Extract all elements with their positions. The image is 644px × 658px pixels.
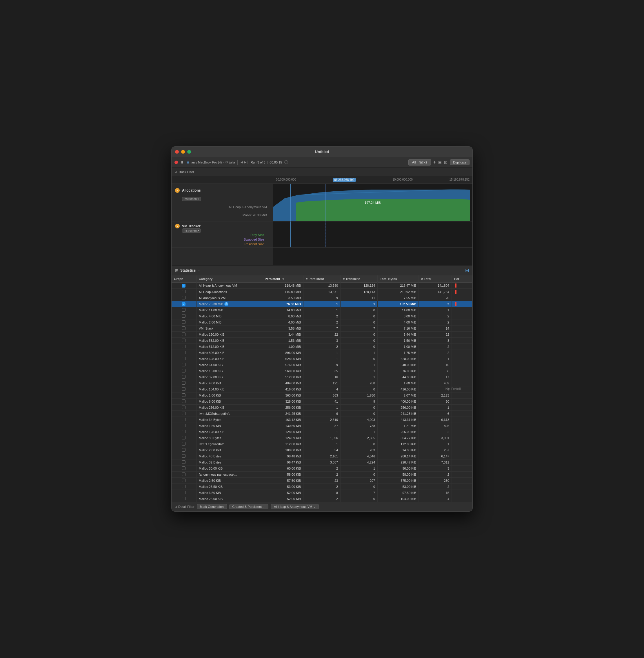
table-row[interactable]: Malloc 2.50 KiB 57.50 KiB 23 207 575.00 … [171,477,473,483]
graph-checkbox[interactable] [182,479,185,482]
table-row[interactable]: Malloc 256.00 KiB 256.00 KiB 1 0 256.00 … [171,404,473,410]
stop-icon[interactable] [175,161,178,164]
all-tracks-button[interactable]: All Tracks [408,159,431,165]
stats-grid-icon[interactable]: ⊟ [465,268,469,273]
table-row[interactable]: Malloc 32.00 KiB 512.00 KiB 16 1 544.00 … [171,374,473,380]
graph-checkbox[interactable] [182,314,185,318]
graph-checkbox[interactable] [182,326,185,330]
graph-checkbox[interactable] [182,369,185,372]
table-row[interactable]: Malloc 4.00 MiB 8.00 MiB 2 0 8.00 MiB 2 [171,313,473,319]
table-row[interactable]: Malloc 2.00 KiB 108.00 KiB 54 203 514.00… [171,447,473,453]
graph-checkbox[interactable] [182,290,185,293]
table-container[interactable]: Graph Category Persistent ▼ # Persistent… [171,275,473,502]
table-row[interactable]: Malloc 532.00 KiB 1.56 MiB 3 0 1.56 MiB … [171,337,473,343]
table-row[interactable]: All Heap Allocations 115.89 MiB 13,671 1… [171,289,473,295]
graph-checkbox[interactable] [182,393,185,397]
graph-cell[interactable] [171,295,196,301]
table-row[interactable]: (anonymous namespace… 58.00 KiB 2 0 58.0… [171,471,473,477]
graph-cell[interactable] [171,416,196,423]
graph-cell[interactable] [171,496,196,502]
graph-checkbox[interactable] [182,430,185,433]
graph-checkbox[interactable] [182,454,185,458]
detail-filter[interactable]: ⊙ Detail Filter [175,505,194,509]
graph-checkbox[interactable] [182,406,185,409]
graph-cell[interactable] [171,349,196,356]
graph-cell[interactable] [171,289,196,295]
graph-checkbox[interactable] [182,320,185,324]
graph-checkbox[interactable] [182,357,185,360]
graph-cell[interactable] [171,459,196,465]
graph-checkbox[interactable] [182,296,185,299]
table-row[interactable]: llvm::MCSubtargetInfo 241.25 KiB 6 0 241… [171,410,473,416]
graph-cell[interactable] [171,441,196,447]
minimize-button[interactable] [181,150,185,154]
created-persistent-button[interactable]: Created & Persistent ⌄ [229,504,269,509]
graph-checkbox[interactable] [182,412,185,415]
graph-checkbox[interactable] [182,442,185,446]
mark-generation-button[interactable]: Mark Generation [197,504,227,509]
graph-cell[interactable] [171,301,196,307]
graph-cell[interactable] [171,398,196,404]
graph-cell[interactable] [171,331,196,337]
graph-cell[interactable] [171,319,196,325]
pause-icon[interactable]: ⏸ [180,160,184,164]
graph-cell[interactable] [171,465,196,471]
table-row[interactable]: All Heap & Anonymous VM 119.48 MiB 13,68… [171,282,473,289]
graph-cell[interactable] [171,435,196,441]
graph-checkbox[interactable] [182,381,185,385]
graph-checkbox[interactable] [182,284,185,288]
graph-checkbox[interactable] [182,473,185,476]
table-row[interactable]: Malloc 1.00 KiB 363.00 KiB 363 1,760 2.0… [171,392,473,398]
graph-checkbox[interactable] [182,418,185,421]
graph-cell[interactable] [171,471,196,477]
table-row[interactable]: Malloc 160.00 KiB 3.44 MiB 22 0 3.44 MiB… [171,331,473,337]
stats-chevron[interactable]: ⌄ [198,268,200,272]
graph-checkbox[interactable] [182,460,185,464]
graph-cell[interactable] [171,337,196,343]
graph-checkbox[interactable] [182,467,185,470]
table-row[interactable]: Malloc 48 Bytes 98.48 KiB 2,101 4,046 28… [171,453,473,459]
graph-checkbox[interactable] [182,308,185,312]
graph-checkbox[interactable] [182,436,185,439]
graph-cell[interactable] [171,313,196,319]
graph-checkbox[interactable] [182,400,185,403]
graph-cell[interactable] [171,423,196,429]
col-persistent[interactable]: Persistent ▼ [262,275,303,282]
table-row[interactable]: llvm::LegalizerInfo 112.00 KiB 1 0 112.0… [171,441,473,447]
table-row[interactable]: Malloc 104.00 KiB 416.00 KiB 4 0 416.00 … [171,386,473,392]
table-row[interactable]: Malloc 80 Bytes 124.69 KiB 1,596 2,305 3… [171,435,473,441]
track-filter[interactable]: ⊙ Track Filter [175,170,194,174]
table-row[interactable]: Malloc 6.50 KiB 52.00 KiB 8 7 97.50 KiB … [171,490,473,496]
maximize-button[interactable] [187,150,191,154]
graph-checkbox[interactable] [182,497,185,500]
table-row[interactable]: Malloc 4.00 KiB 484.00 KiB 121 288 1.60 … [171,380,473,386]
graph-cell[interactable] [171,447,196,453]
table-row-selected[interactable]: Malloc 76.30 MiB ⓘ 76.30 MiB 1 1 152.59 … [171,301,473,307]
table-row[interactable]: Malloc 26.50 KiB 53.00 KiB 2 0 53.00 KiB… [171,483,473,490]
table-row[interactable]: Malloc 16.00 KiB 560.00 KiB 35 1 576.00 … [171,368,473,374]
table-row[interactable]: Malloc 26.00 KiB 52.00 KiB 2 0 104.00 Ki… [171,496,473,502]
graph-checkbox[interactable] [182,339,185,342]
table-row[interactable]: Malloc 32 Bytes 96.47 KiB 3,087 4,224 22… [171,459,473,465]
graph-cell[interactable] [171,374,196,380]
graph-cell[interactable] [171,410,196,416]
graph-checkbox[interactable] [182,387,185,391]
graph-checkbox[interactable] [182,375,185,379]
table-row[interactable]: All Anonymous VM 3.59 MiB 9 11 7.55 MiB … [171,295,473,301]
table-row[interactable]: Malloc 8.00 KiB 328.00 KiB 41 9 400.00 K… [171,398,473,404]
table-row[interactable]: VM: Stack 3.58 MiB 7 7 7.16 MiB 14 [171,325,473,331]
graph-cell[interactable] [171,490,196,496]
table-row[interactable]: Malloc 2.00 MiB 4.00 MiB 2 0 4.00 MiB 2 [171,319,473,325]
all-heap-button[interactable]: All Heap & Anonymous VM ⌄ [271,504,319,509]
graph-cell[interactable] [171,453,196,459]
graph-checkbox[interactable] [182,363,185,366]
graph-checkbox[interactable] [182,351,185,354]
graph-cell[interactable] [171,380,196,386]
graph-cell[interactable] [171,404,196,410]
table-row[interactable]: Malloc 896.00 KiB 896.00 KiB 1 1 1.75 Mi… [171,349,473,356]
graph-checkbox[interactable] [182,485,185,488]
graph-cell[interactable] [171,362,196,368]
graph-checkbox[interactable] [182,448,185,452]
graph-checkbox[interactable] [182,345,185,348]
duplicate-button[interactable]: Duplicate [450,159,469,165]
